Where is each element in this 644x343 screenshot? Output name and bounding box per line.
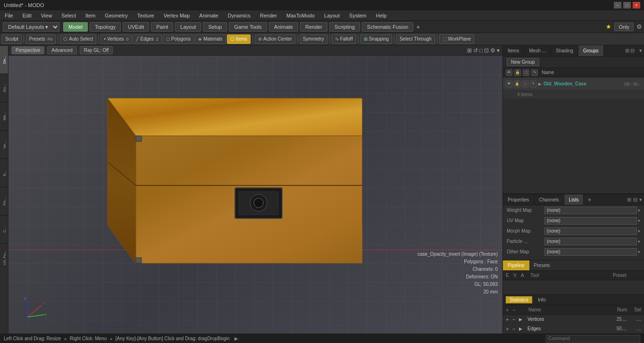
rp-tab-mesh[interactable]: Mesh ... <box>524 45 551 56</box>
col-icon-lock[interactable]: 🔒 <box>514 69 521 76</box>
stats-row-vertices-minus[interactable]: − <box>512 317 519 322</box>
viewport-icon-grid[interactable]: ⊡ <box>484 47 489 54</box>
mode-animate[interactable]: Animate <box>269 22 298 32</box>
list-value-othermap[interactable]: (none) <box>544 248 637 256</box>
select-through-button[interactable]: Select Through <box>396 34 435 44</box>
falloff-button[interactable]: ∿ Falloff <box>332 34 356 44</box>
mode-paint[interactable]: Paint <box>151 22 173 32</box>
viewport-tab-raygl[interactable]: Ray GL: Off <box>80 46 113 54</box>
add-mode-icon[interactable]: + <box>416 23 420 31</box>
menu-vertex-map[interactable]: Vertex Map <box>159 10 195 20</box>
materials-button[interactable]: ◈ Materials <box>195 34 226 44</box>
pipeline-tab-presets[interactable]: Presets <box>529 260 555 270</box>
rp-tab-expand[interactable]: ⊞ ⊟ <box>622 48 637 54</box>
stats-row-edges-arrow[interactable]: ▶ <box>519 326 526 331</box>
menu-dynamics[interactable]: Dynamics <box>223 10 255 20</box>
stats-col-minus[interactable]: − <box>512 307 519 313</box>
col-icon-eye[interactable]: 👁 <box>506 69 512 76</box>
menu-texture[interactable]: Texture <box>133 10 159 20</box>
stats-col-plus[interactable]: + <box>506 307 512 313</box>
stats-row-edges-minus[interactable]: − <box>512 326 519 332</box>
mode-model[interactable]: Model <box>63 22 88 32</box>
list-value-uvmap[interactable]: (none) <box>544 217 637 225</box>
sculpt-button[interactable]: Sculpt <box>2 34 22 44</box>
bt-add-tab[interactable]: + <box>584 196 595 203</box>
menu-help[interactable]: Help <box>371 10 392 20</box>
menu-select[interactable]: Select <box>57 10 81 20</box>
symmetry-button[interactable]: Symmetry <box>300 34 327 44</box>
menu-item[interactable]: Item <box>81 10 100 20</box>
menu-system[interactable]: System <box>344 10 371 20</box>
workplane-button[interactable]: ⬚ WorkPlane <box>439 34 475 44</box>
mode-render[interactable]: Render <box>300 22 327 32</box>
viewport-canvas[interactable]: case_Opacity_invert (Image) (Texture) Po… <box>8 56 502 334</box>
bt-collapse-icon[interactable]: ⊟ <box>633 197 637 203</box>
close-button[interactable]: × <box>633 2 640 8</box>
vertices-button[interactable]: • Vertices 0 <box>100 34 132 44</box>
menu-edit[interactable]: Edit <box>18 10 36 20</box>
sidebar-tab-c[interactable]: C... <box>0 215 8 243</box>
list-value-particle[interactable]: (none) <box>544 238 637 245</box>
viewport-icon-refresh[interactable]: ↺ <box>473 47 478 54</box>
bt-expand-icon[interactable]: ⊞ <box>627 197 631 203</box>
rp-tab-dropdown[interactable]: ▾ <box>637 48 644 54</box>
menu-file[interactable]: File <box>0 10 18 20</box>
command-input[interactable] <box>546 335 640 343</box>
mode-topology[interactable]: Topology <box>90 22 121 32</box>
bt-tab-lists[interactable]: Lists <box>564 194 584 205</box>
snapping-button[interactable]: ⊞ Snapping <box>360 34 392 44</box>
mode-layout[interactable]: Layout <box>175 22 201 32</box>
sidebar-tab-me[interactable]: Me... <box>0 102 8 130</box>
stats-row-vertices-arrow[interactable]: ▶ <box>519 317 526 322</box>
maximize-button[interactable]: □ <box>623 2 631 8</box>
action-center-button[interactable]: ⊕ Action Center <box>255 34 295 44</box>
col-icon-edit[interactable]: ✎ <box>531 69 538 76</box>
group-item-wooden-case[interactable]: 👁 🔒 ◻ ✎ ▶ Old_Wooden_Case (3) : Gr... <box>503 77 644 91</box>
sidebar-tab-po[interactable]: Po... <box>0 187 8 215</box>
sidebar-tab-ve[interactable]: Ve... <box>0 130 8 159</box>
mode-uvedit[interactable]: UVEdit <box>123 22 149 32</box>
settings-icon[interactable]: ⚙ <box>636 23 642 30</box>
group-item-edit[interactable]: ✎ <box>530 81 536 87</box>
bt-tab-properties[interactable]: Properties <box>503 194 535 205</box>
minimize-button[interactable]: − <box>614 2 621 8</box>
stats-info-button[interactable]: Info <box>534 296 550 303</box>
rp-tab-groups[interactable]: Groups <box>578 45 604 56</box>
col-icon-render[interactable]: ◻ <box>523 69 529 76</box>
group-item-eye[interactable]: 👁 <box>506 81 512 87</box>
new-group-button[interactable]: New Group <box>507 58 539 66</box>
menu-view[interactable]: View <box>36 10 57 20</box>
presets-button[interactable]: Presets F6 <box>26 34 56 44</box>
list-value-weightmap[interactable]: (none) <box>544 207 637 214</box>
viewport-icon-home[interactable]: ⊞ <box>467 47 472 54</box>
sidebar-tab-de[interactable]: De... <box>0 45 8 74</box>
viewport-icon-more[interactable]: ▾ <box>497 47 500 54</box>
list-dropdown-particle[interactable]: ▾ <box>638 239 640 244</box>
auto-select-button[interactable]: ⬡ Auto Select <box>60 34 96 44</box>
sidebar-tab-e[interactable]: E... <box>0 159 8 187</box>
group-item-vis[interactable]: ◻ <box>522 81 528 87</box>
mode-scripting[interactable]: Scripting <box>329 22 360 32</box>
stats-row-vertices-plus[interactable]: + <box>506 317 512 322</box>
list-dropdown-othermap[interactable]: ▾ <box>638 250 640 254</box>
list-dropdown-morphmap[interactable]: ▾ <box>638 229 640 234</box>
pipeline-tab-pipeline[interactable]: Pipeline <box>503 260 529 270</box>
mode-setup[interactable]: Setup <box>203 22 227 32</box>
edges-button[interactable]: ╱ Edges 2 <box>133 34 161 44</box>
list-dropdown-uvmap[interactable]: ▾ <box>638 218 640 223</box>
menu-layout[interactable]: Layout <box>319 10 344 20</box>
bt-dropdown-icon[interactable]: ▾ <box>639 197 642 203</box>
items-button[interactable]: ⬡ Items <box>227 34 251 44</box>
viewport-icon-settings[interactable]: ⚙ <box>490 47 495 54</box>
sidebar-tab-du[interactable]: Du... <box>0 74 8 102</box>
only-button[interactable]: Only <box>614 23 634 31</box>
bt-tab-channels[interactable]: Channels <box>535 194 564 205</box>
mode-gametools[interactable]: Game Tools <box>229 22 267 32</box>
menu-animate[interactable]: Animate <box>194 10 223 20</box>
list-value-morphmap[interactable]: (none) <box>544 227 637 235</box>
menu-render[interactable]: Render <box>255 10 282 20</box>
rp-tab-shading[interactable]: Shading <box>551 45 578 56</box>
rp-tab-items[interactable]: Items <box>503 45 524 56</box>
polygons-button[interactable]: ◻ Polygons <box>163 34 194 44</box>
mode-schematic-fusion[interactable]: Schematic Fusion <box>362 22 413 32</box>
